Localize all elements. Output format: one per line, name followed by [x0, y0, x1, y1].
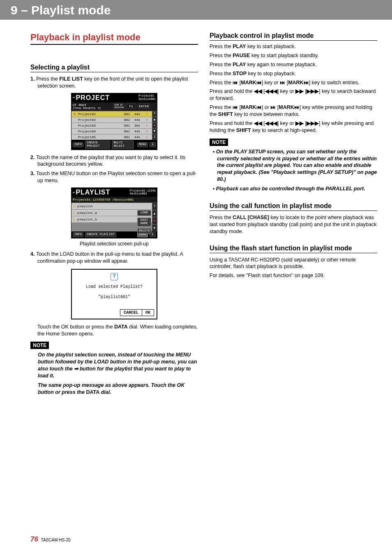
back-icon: ↩ [73, 95, 75, 100]
folder-icon: ▢ [73, 217, 77, 221]
body-text: Press the PLAY key to start playback. [210, 43, 377, 50]
instruction-list: Press the FILE LIST key on the front of … [30, 76, 198, 90]
page-body: Playback in playlist mode Selecting a pl… [0, 20, 392, 398]
info-button[interactable]: INFO [73, 232, 83, 237]
subsection-heading: Using the call function in playlist mode [210, 202, 377, 211]
key-name: DATA [114, 324, 128, 330]
figure-caption: Playlist selection screen pull-up [30, 241, 198, 247]
step-3: Touch the MENU button on the Playlist se… [30, 170, 198, 184]
model-name: TASCAM HS-20 [41, 538, 71, 542]
skip-back-icon: ⏮ [233, 80, 238, 86]
body-text: Press the PAUSE key to start playback st… [210, 52, 377, 59]
key-name: CALL [CHASE] [233, 215, 269, 220]
instruction-list: Touch the LOAD button in the pull-up men… [30, 251, 198, 265]
folder-icon: ▢ [73, 204, 77, 208]
scroll-bottom-icon[interactable]: ⤓ [152, 134, 157, 140]
key-name: FILE LIST [59, 76, 83, 82]
step-4: Touch the LOAD button in the pull-up men… [30, 251, 198, 265]
note-text: Playback can also be controlled through … [210, 185, 377, 192]
key-name: PAUSE [233, 53, 250, 58]
load-button[interactable]: LOAD [137, 210, 151, 216]
current-icon: C [73, 112, 77, 116]
page-footer: 76 TASCAM HS-20 [30, 535, 71, 543]
ok-button[interactable]: OK [142, 309, 154, 316]
left-column: Playback in playlist mode Selecting a pl… [30, 32, 198, 398]
note-text: On the PLAY SETUP screen, you can set wh… [210, 148, 377, 183]
breadcrumb: Project01 Session001 [138, 95, 156, 101]
path-label: Project01-123456789 /Session001 [73, 198, 150, 201]
scroll-up-icon[interactable]: ▲ [152, 117, 157, 123]
folder-icon: ▢ [73, 211, 77, 215]
key-name: SHIFT [236, 127, 251, 133]
enter-icon[interactable]: ➔ [143, 118, 150, 122]
edit-name-button[interactable]: EDIT NAME [137, 217, 151, 227]
lcd-title: PLAYLIST [76, 189, 130, 196]
create-project-button[interactable]: CREATE PROJECT [85, 141, 110, 149]
record-icon[interactable]: ● [152, 123, 157, 128]
table-row[interactable]: Project04 001 44k ➔ [71, 128, 157, 134]
enter-icon[interactable]: ➔ [143, 130, 150, 133]
ffwd-icon: ▶▶ [295, 88, 304, 94]
table-row[interactable]: Project03 001 48k ➔ [71, 123, 157, 128]
key-name: SHIFT [218, 111, 233, 117]
skip-fwd-icon: ⏭ [270, 104, 276, 110]
scroll-up-icon[interactable]: ▲ [152, 210, 157, 217]
step-2: Touch the name of the playlist that you … [30, 154, 198, 168]
skip-back-icon: ⏮ [233, 104, 238, 110]
breadcrumb: Project01-12345 Session001 [130, 190, 156, 196]
subsection-heading: Playback control in playlist mode [210, 32, 377, 41]
body-text: Press the ⏮ [MARK⏮] or ⏭ [MARK⏭] key whi… [210, 104, 377, 118]
screenshot-playlist-pullup: ↩ PLAYLIST Project01-12345 Session001 Pr… [71, 187, 157, 238]
enter-icon[interactable]: ➔ [143, 124, 150, 127]
question-icon: ? [111, 273, 118, 280]
scroll-bottom-icon[interactable]: ⤓ [150, 142, 156, 147]
dialog-message: Load selected Playlist? [74, 284, 154, 289]
body-text: Press the STOP key to stop playback. [210, 70, 377, 77]
instruction-list: Touch the name of the playlist that you … [30, 154, 198, 185]
body-text: Press and hold the ◀◀ [◀◀◀] key or ▶▶ [▶… [210, 120, 377, 134]
cancel-button[interactable]: CANCEL [120, 309, 142, 316]
ffwd-icon: ▶▶ [295, 120, 304, 126]
key-name: PLAY [233, 62, 246, 67]
key-name: PLAY [233, 44, 246, 49]
scroll-down-icon[interactable]: ▼ [152, 128, 157, 134]
table-row[interactable]: Project05 001 44k ➔ [71, 134, 157, 140]
scroll-top-icon[interactable]: ⤒ [152, 111, 157, 117]
multi-select-button[interactable]: MULTI SELECT [112, 141, 134, 149]
body-text: For details, see "Flash start function" … [210, 272, 377, 279]
enter-icon[interactable]: ➔ [143, 135, 150, 139]
key-name: STOP [233, 71, 247, 76]
body-text: Press the CALL [CHASE] key to locate to … [210, 214, 377, 235]
body-text: Press and hold the ◀◀ [◀◀◀] key or ▶▶ [▶… [210, 88, 377, 102]
pull-up-menu: LOAD EDIT NAME DELETE [137, 210, 151, 234]
delete-button[interactable]: DELETE [137, 228, 151, 234]
body-text: Touch the OK button or press the DATA di… [30, 324, 198, 338]
back-icon: ↩ [73, 190, 75, 195]
create-playlist-button[interactable]: CREATE PLAYLIST [85, 232, 116, 237]
chapter-title: 9 – Playlist mode [11, 3, 111, 17]
page-number: 76 [30, 535, 38, 543]
scroll-top-icon[interactable]: ⤒ [152, 203, 157, 210]
skip-fwd-icon: ⏭ [280, 80, 285, 86]
record-icon[interactable]: ● [152, 217, 157, 224]
body-text: Press the ⏮ [MARK⏮] key or ⏭ [MARK⏭] key… [210, 79, 377, 86]
body-text: Using a TASCAM RC-HS20PD (sold separatel… [210, 257, 377, 271]
screenshot-confirm-dialog: ? Load selected Playlist? "playlist001" … [71, 269, 157, 319]
rewind-icon: ◀◀ [254, 120, 262, 126]
enter-icon[interactable]: ➔ [143, 112, 150, 116]
info-button[interactable]: INFO [73, 142, 83, 147]
menu-button[interactable]: MENU [137, 142, 148, 147]
note-label: NOTE [210, 139, 228, 146]
scroll-down-icon[interactable]: ▼ [152, 224, 157, 232]
rewind-icon: ◀◀ [254, 88, 262, 94]
list-item[interactable]: ▢ playlist [71, 203, 157, 209]
subsection-heading: Selecting a playlist [30, 64, 198, 72]
subsection-heading: Using the flash start function in playli… [210, 245, 377, 253]
dialog-target: "playlist001" [74, 295, 154, 299]
chapter-header: 9 – Playlist mode [0, 0, 392, 20]
screenshot-project-list: ↩ PROJECT Project01 Session001 CF ROOT [… [71, 93, 157, 150]
table-row[interactable]: C Project01 001 44k ➔ [71, 111, 157, 117]
body-text: Press the PLAY key again to resume playb… [210, 61, 377, 68]
note-text: The same pop-up message as above appears… [30, 382, 198, 396]
table-row[interactable]: Project02 002 44k ➔ [71, 117, 157, 123]
